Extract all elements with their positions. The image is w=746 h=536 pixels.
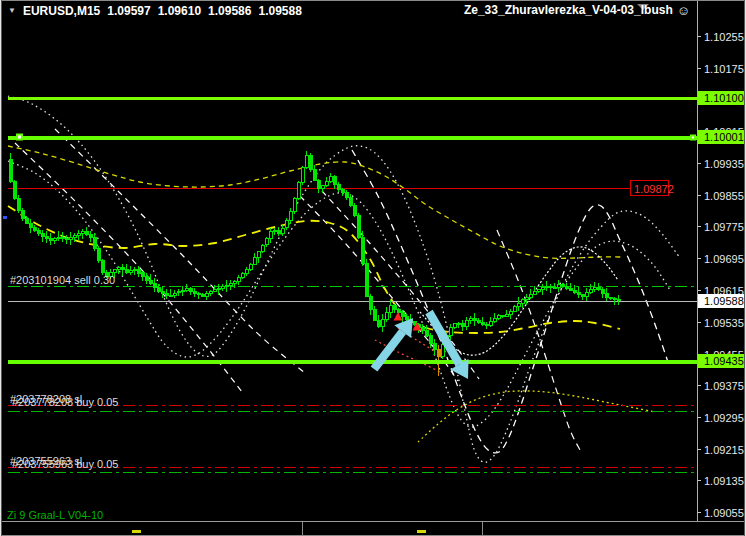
level-lines [8, 189, 697, 473]
annotations [3, 4, 649, 379]
axis-tick-label: 1.09935 [704, 158, 744, 170]
smiley-icon: ☺ [677, 4, 690, 17]
axis-tick-label: 1.10255 [704, 31, 744, 43]
ohlc-low: 1.09586 [208, 4, 251, 18]
symbol-period-label: EURUSD,M15 [23, 4, 100, 18]
ohlc-high: 1.09610 [158, 4, 201, 18]
axis-tick-label: 1.09135 [704, 475, 744, 487]
curve-dashed-diagonal-left-b [55, 129, 305, 373]
curve-dashed-projection-wave-2 [497, 230, 580, 450]
axis-tick-label: 1.09215 [704, 444, 744, 456]
resistance-round-axis-label: 1.10001 [704, 131, 744, 143]
window-frame [0, 0, 746, 536]
curve-yellow-upper-band [8, 146, 622, 258]
axis-tick-label: 1.09695 [704, 253, 744, 265]
expert-name-label: Ze_33_Zhuravlerezka_V-04-03_Ibush [464, 3, 673, 17]
axis-tick-label: 1.09375 [704, 380, 744, 392]
axis-tick-label: 1.09535 [704, 317, 744, 329]
resistance-upper-axis-label: 1.10100 [704, 92, 744, 104]
support-line-axis-label: 1.09435 [704, 355, 744, 367]
price-axis: 1.102551.101751.100951.100151.099351.098… [697, 0, 746, 536]
axis-tick-label: 1.10175 [704, 63, 744, 75]
curve-yellow-lower-band [418, 391, 655, 442]
curve-dashed-diagonal-left-a [15, 143, 242, 392]
bottom-strip-mark [417, 530, 426, 533]
candlestick-chart: 1.098721.102551.101751.100951.100151.099… [0, 0, 746, 536]
curve-yellow-ma [8, 206, 620, 333]
buy1-order-label[interactable]: #203778208 buy 0.05 [12, 397, 118, 408]
axis-tick-label: 1.09295 [704, 412, 744, 424]
expert-advisor-title: Ze_33_Zhuravlerezka_V-04-03_Ibush ☺ [464, 3, 690, 17]
axis-tick-label: 1.09775 [704, 221, 744, 233]
chart-window: 1.098721.102551.101751.100951.100151.099… [0, 0, 746, 536]
collapse-icon[interactable]: ▼ [8, 6, 16, 16]
red-price-tag-text: 1.09872 [634, 183, 674, 195]
sell-order-label[interactable]: #203101904 sell 0.30 [10, 275, 115, 286]
blue-marker [3, 216, 7, 219]
ohlc-close: 1.09588 [258, 4, 301, 18]
candles [9, 151, 620, 376]
axis-tick-label: 1.09855 [704, 190, 744, 202]
curve-inner-dotted-band [8, 161, 670, 427]
bid-line-axis-label: 1.09588 [704, 295, 744, 307]
chart-header: ▼ EURUSD,M15 1.09597 1.09610 1.09586 1.0… [8, 4, 302, 18]
indicator-name-label: Zi 9 Graal-L V04-10 [7, 509, 103, 521]
bottom-strip-mark [132, 530, 141, 533]
ohlc-open: 1.09597 [107, 4, 150, 18]
buy2-order-label[interactable]: #203755963 buy 0.05 [12, 459, 118, 470]
axis-tick-label: 1.09055 [704, 507, 744, 519]
